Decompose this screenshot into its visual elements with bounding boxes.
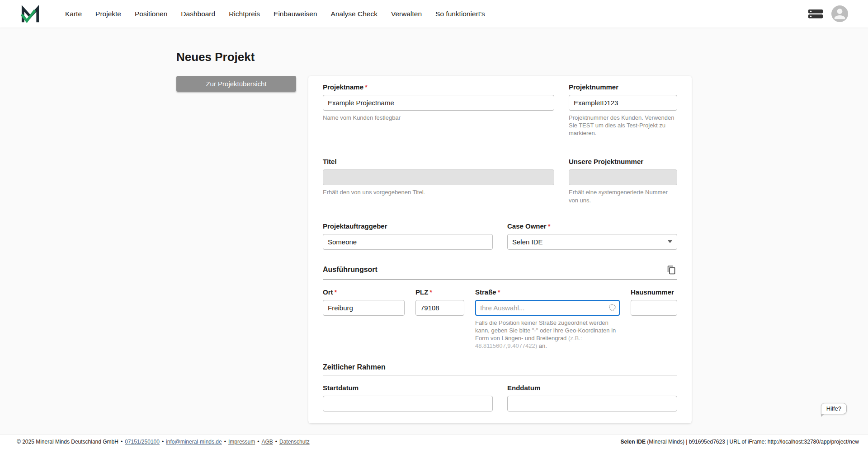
footer-user-name: Selen IDE [621, 439, 646, 445]
hausnummer-input[interactable] [631, 300, 677, 316]
required-asterisk: * [365, 83, 368, 91]
footer-agb-link[interactable]: AGB [261, 439, 273, 445]
copy-icon[interactable] [666, 264, 677, 276]
footer-left: © 2025 Mineral Minds Deutschland GmbH • … [17, 439, 310, 445]
required-asterisk: * [429, 288, 432, 296]
enddatum-input[interactable] [507, 396, 677, 412]
projektnummer-label: Projektnummer [569, 83, 677, 91]
app-window: Karte Projekte Positionen Dashboard Rich… [0, 0, 868, 449]
footer-impressum-link[interactable]: Impressum [228, 439, 255, 445]
nav-item-richtpreis[interactable]: Richtpreis [229, 10, 260, 18]
footer-phone-link[interactable]: 07151/250100 [125, 439, 160, 445]
projektnummer-input[interactable] [569, 95, 677, 111]
plz-input[interactable] [415, 300, 464, 316]
project-form-card: Projektname* Name vom Kunden festlegbar … [308, 76, 692, 423]
required-asterisk: * [548, 222, 551, 230]
nav-item-projekte[interactable]: Projekte [95, 10, 121, 18]
zeitlicher-rahmen-heading: Zeitlicher Rahmen [323, 363, 386, 371]
projektname-helper: Name vom Kunden festlegbar [323, 114, 554, 122]
startdatum-label: Startdatum [323, 384, 493, 392]
unsere-projektnummer-label: Unsere Projektnummer [569, 158, 677, 165]
projektnummer-helper: Projektnummer des Kunden. Verwenden Sie … [569, 114, 677, 137]
nav-item-analyse-check[interactable]: Analyse Check [331, 10, 377, 18]
copyright-text: © 2025 Mineral Minds Deutschland GmbH [17, 439, 118, 445]
titel-input [323, 169, 554, 185]
top-navbar: Karte Projekte Positionen Dashboard Rich… [0, 0, 868, 28]
required-asterisk: * [498, 288, 500, 296]
nav-item-positionen[interactable]: Positionen [135, 10, 167, 18]
projektauftraggeber-input[interactable] [323, 234, 493, 250]
header-actions [808, 5, 848, 22]
back-to-projects-button[interactable]: Zur Projektübersicht [176, 76, 296, 92]
hausnummer-label: Hausnummer [631, 288, 677, 296]
server-icon[interactable] [808, 8, 823, 20]
projektname-input[interactable] [323, 95, 554, 111]
ort-input[interactable] [323, 300, 405, 316]
nav-item-karte[interactable]: Karte [65, 10, 82, 18]
nav-item-so-funktionierts[interactable]: So funktioniert's [435, 10, 485, 18]
titel-helper: Erhält den von uns vorgegebenen Titel. [323, 188, 554, 196]
projektname-label: Projektname* [323, 83, 554, 91]
footer: © 2025 Mineral Minds Deutschland GmbH • … [0, 434, 868, 449]
case-owner-select[interactable]: Selen IDE [507, 234, 677, 250]
footer-email-link[interactable]: info@mineral-minds.de [166, 439, 222, 445]
footer-datenschutz-link[interactable]: Datenschutz [279, 439, 310, 445]
nav-item-dashboard[interactable]: Dashboard [181, 10, 215, 18]
required-asterisk: * [335, 288, 337, 296]
help-button[interactable]: Hilfe? [821, 403, 847, 414]
main-content: Neues Projekt Zur Projektübersicht Proje… [0, 28, 868, 434]
user-avatar[interactable] [831, 5, 848, 22]
nav-item-verwalten[interactable]: Verwalten [391, 10, 422, 18]
chevron-down-icon [668, 240, 672, 243]
main-nav: Karte Projekte Positionen Dashboard Rich… [65, 10, 485, 18]
ausfuehrungsort-heading: Ausführungsort [323, 266, 377, 274]
page-title: Neues Projekt [176, 50, 692, 64]
plz-label: PLZ* [415, 288, 464, 296]
titel-label: Titel [323, 158, 554, 165]
unsere-projektnummer-input [569, 169, 677, 185]
mineral-minds-logo-icon[interactable] [20, 4, 42, 24]
case-owner-label: Case Owner* [507, 222, 677, 230]
loading-spinner-icon [609, 304, 616, 311]
footer-session-info: Selen IDE (Mineral Minds) | b91695ed7623… [621, 439, 859, 445]
footer-session-details: (Mineral Minds) | b91695ed7623 | URL of … [646, 439, 859, 445]
section-divider [323, 279, 677, 280]
section-divider [323, 375, 677, 375]
nav-item-einbauweisen[interactable]: Einbauweisen [274, 10, 317, 18]
strasse-label: Straße* [475, 288, 620, 296]
strasse-input[interactable] [475, 300, 620, 316]
strasse-helper: Falls die Position keiner Straße zugeord… [475, 319, 620, 350]
projektauftraggeber-label: Projektauftraggeber [323, 222, 493, 230]
case-owner-selected-value: Selen IDE [512, 238, 543, 246]
enddatum-label: Enddatum [507, 384, 677, 392]
ort-label: Ort* [323, 288, 405, 296]
startdatum-input[interactable] [323, 396, 493, 412]
unsere-projektnummer-helper: Erhält eine systemgenerierte Nummer von … [569, 188, 677, 204]
